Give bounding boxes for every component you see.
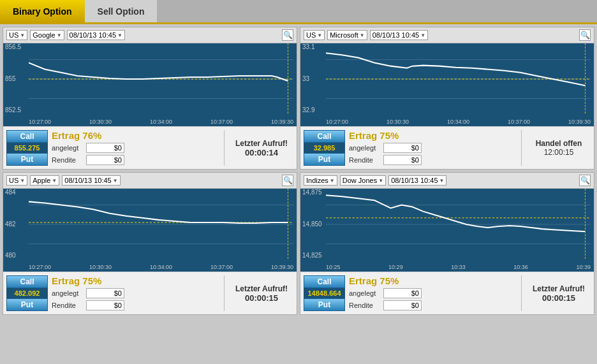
price-display-apple: 482.092 [6, 288, 48, 298]
x-labels-dowjones: 10:2510:2910:3310:3610:39 [326, 264, 591, 270]
ertrag-label-apple: Ertrag 75% [52, 275, 219, 286]
x-labels-apple: 10:27:0010:30:3010:34:0010:37:0010:39:30 [29, 264, 293, 270]
asset-select-microsoft[interactable]: Microsoft ▼ [327, 30, 367, 40]
divider-apple [224, 275, 225, 311]
zoom-icon-microsoft[interactable]: 🔍 [579, 29, 591, 41]
handel-label-microsoft: Handel offen [536, 139, 582, 148]
letzter-label-google: Letzter Aufruf! [235, 139, 288, 148]
ertrag-section-dowjones: Ertrag 75% angelegt Rendite [349, 275, 516, 311]
date-select-apple[interactable]: 08/10/13 10:45 ▼ [62, 175, 120, 186]
rendite-input-dowjones[interactable] [383, 300, 422, 310]
market-select-microsoft[interactable]: US ▼ [304, 30, 325, 40]
rendite-row-dowjones: Rendite [349, 300, 516, 310]
date-select-dowjones[interactable]: 08/10/13 10:45 ▼ [388, 175, 446, 186]
angelegt-input-dowjones[interactable] [383, 288, 422, 298]
header-tabs: Binary Option Sell Option [0, 0, 597, 24]
divider-google [224, 130, 225, 166]
call-button-apple[interactable]: Call [6, 275, 48, 288]
ertrag-label-google: Ertrag 76% [52, 130, 219, 141]
put-button-dowjones[interactable]: Put [304, 298, 345, 311]
ertrag-section-google: Ertrag 76% angelegt Rendite [52, 130, 219, 166]
chart-area-google: 856.5855852.510:27:0010:30:3010:34:0010:… [3, 43, 297, 126]
market-select-apple[interactable]: US ▼ [6, 175, 27, 186]
info-panel-microsoft: Call 32.985 Put Ertrag 75% angelegt Rend… [300, 126, 594, 169]
market-arrow-icon: ▼ [20, 33, 25, 38]
market-arrow-icon: ▼ [330, 178, 335, 184]
rendite-row-apple: Rendite [52, 300, 219, 310]
put-button-apple[interactable]: Put [6, 298, 48, 311]
angelegt-row-dowjones: angelegt [349, 288, 516, 298]
date-select-microsoft[interactable]: 08/10/13 10:45 ▼ [370, 30, 428, 40]
put-button-microsoft[interactable]: Put [304, 153, 345, 166]
y-labels-apple: 484482480 [5, 189, 16, 259]
angelegt-input-google[interactable] [86, 143, 124, 153]
letzter-section-dowjones: Letzter Aufruf! 00:00:15 [527, 275, 591, 311]
chart-svg-dowjones [326, 189, 591, 260]
toolbar-apple: US ▼ Apple ▼ 08/10/13 10:45 ▼ 🔍 [3, 173, 297, 189]
asset-arrow-icon: ▼ [360, 33, 365, 38]
zoom-icon-dowjones[interactable]: 🔍 [579, 175, 591, 186]
put-button-google[interactable]: Put [6, 153, 48, 166]
asset-select-google[interactable]: Google ▼ [30, 30, 64, 40]
divider-dowjones [521, 275, 522, 311]
x-labels-microsoft: 10:27:0010:30:3010:34:0010:37:0010:39:30 [326, 119, 591, 125]
market-select-dowjones[interactable]: Indizes ▼ [304, 175, 337, 186]
divider-microsoft [521, 130, 522, 166]
toolbar-microsoft: US ▼ Microsoft ▼ 08/10/13 10:45 ▼ 🔍 [300, 27, 594, 43]
call-button-dowjones[interactable]: Call [304, 275, 345, 288]
rendite-input-apple[interactable] [86, 300, 124, 310]
y-labels-microsoft: 33.13332.9 [302, 43, 314, 113]
market-select-google[interactable]: US ▼ [6, 30, 27, 40]
x-labels-google: 10:27:0010:30:3010:34:0010:37:0010:39:30 [29, 119, 293, 125]
call-button-microsoft[interactable]: Call [304, 130, 345, 143]
angelegt-input-microsoft[interactable] [383, 143, 422, 153]
rendite-input-microsoft[interactable] [383, 155, 422, 165]
chart-svg-microsoft [326, 43, 591, 115]
angelegt-row-google: angelegt [52, 143, 219, 153]
asset-arrow-icon: ▼ [57, 33, 62, 38]
chart-panel-dowjones: Indizes ▼ Dow Jones ▼ 08/10/13 10:45 ▼ 🔍… [300, 172, 594, 315]
date-arrow-icon: ▼ [113, 178, 118, 184]
asset-arrow-icon: ▼ [52, 178, 57, 184]
handel-time-microsoft: 12:00:15 [544, 148, 574, 157]
angelegt-input-apple[interactable] [86, 288, 124, 298]
date-select-google[interactable]: 08/10/13 10:45 ▼ [67, 30, 125, 40]
ertrag-label-microsoft: Ertrag 75% [349, 130, 516, 141]
market-arrow-icon: ▼ [20, 178, 25, 184]
angelegt-row-microsoft: angelegt [349, 143, 516, 153]
date-arrow-icon: ▼ [420, 33, 425, 38]
zoom-icon-apple[interactable]: 🔍 [282, 175, 293, 186]
chart-panel-apple: US ▼ Apple ▼ 08/10/13 10:45 ▼ 🔍 48448248… [3, 172, 297, 315]
call-put-box-microsoft: Call 32.985 Put [304, 130, 345, 166]
chart-area-apple: 48448248010:27:0010:30:3010:34:0010:37:0… [3, 189, 297, 272]
letzter-section-microsoft: Handel offen 12:00:15 [527, 130, 591, 166]
main-content: US ▼ Google ▼ 08/10/13 10:45 ▼ 🔍 856.585… [0, 24, 597, 317]
asset-arrow-icon: ▼ [378, 178, 383, 184]
ertrag-section-microsoft: Ertrag 75% angelegt Rendite [349, 130, 516, 166]
asset-select-apple[interactable]: Apple ▼ [30, 175, 59, 186]
call-button-google[interactable]: Call [6, 130, 48, 143]
asset-select-dowjones[interactable]: Dow Jones ▼ [340, 175, 386, 186]
chart-panel-google: US ▼ Google ▼ 08/10/13 10:45 ▼ 🔍 856.585… [3, 27, 297, 170]
rendite-input-google[interactable] [86, 155, 124, 165]
chart-area-microsoft: 33.13332.910:27:0010:30:3010:34:0010:37:… [300, 43, 594, 126]
toolbar-dowjones: Indizes ▼ Dow Jones ▼ 08/10/13 10:45 ▼ 🔍 [300, 173, 594, 189]
date-arrow-icon: ▼ [117, 33, 122, 38]
letzter-label-dowjones: Letzter Aufruf! [533, 284, 585, 293]
rendite-row-microsoft: Rendite [349, 155, 516, 165]
charts-grid: US ▼ Google ▼ 08/10/13 10:45 ▼ 🔍 856.585… [3, 27, 594, 315]
tab-binary[interactable]: Binary Option [0, 0, 85, 22]
info-panel-dowjones: Call 14848.664 Put Ertrag 75% angelegt R… [300, 272, 594, 314]
chart-area-dowjones: 14,87514,85014,82510:2510:2910:3310:3610… [300, 189, 594, 272]
tab-sell[interactable]: Sell Option [85, 0, 158, 22]
zoom-icon-google[interactable]: 🔍 [282, 29, 293, 41]
price-display-google: 855.275 [6, 143, 48, 153]
ertrag-section-apple: Ertrag 75% angelegt Rendite [52, 275, 219, 311]
call-put-box-google: Call 855.275 Put [6, 130, 48, 166]
chart-svg-google [29, 43, 293, 115]
letzter-section-google: Letzter Aufruf! 00:00:14 [230, 130, 293, 166]
chart-svg-apple [29, 189, 293, 260]
rendite-row-google: Rendite [52, 155, 219, 165]
letzter-time-dowjones: 00:00:15 [542, 293, 575, 303]
ertrag-label-dowjones: Ertrag 75% [349, 275, 516, 286]
